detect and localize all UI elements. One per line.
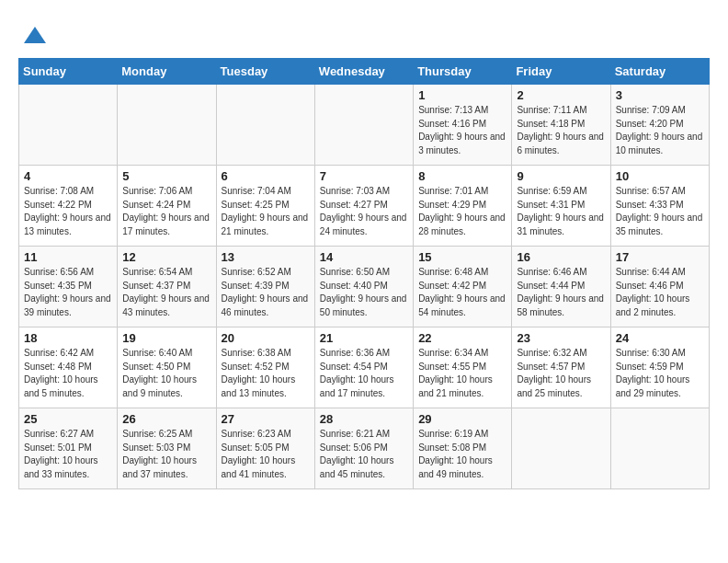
dow-header-monday: Monday	[118, 59, 216, 85]
day-info: Sunrise: 6:40 AM Sunset: 4:50 PM Dayligh…	[122, 347, 210, 400]
calendar-cell: 3Sunrise: 7:09 AM Sunset: 4:20 PM Daylig…	[610, 85, 709, 166]
day-number: 20	[222, 331, 310, 345]
svg-marker-0	[24, 27, 46, 43]
day-number: 21	[320, 331, 408, 345]
day-number: 2	[517, 88, 605, 102]
calendar-cell: 7Sunrise: 7:03 AM Sunset: 4:27 PM Daylig…	[314, 166, 413, 247]
calendar-cell: 2Sunrise: 7:11 AM Sunset: 4:18 PM Daylig…	[512, 85, 610, 166]
calendar-cell: 13Sunrise: 6:52 AM Sunset: 4:39 PM Dayli…	[216, 247, 314, 327]
calendar-cell: 5Sunrise: 7:06 AM Sunset: 4:24 PM Daylig…	[118, 166, 216, 247]
calendar-cell: 22Sunrise: 6:34 AM Sunset: 4:55 PM Dayli…	[414, 327, 512, 408]
day-number: 7	[320, 169, 408, 183]
calendar-cell: 6Sunrise: 7:04 AM Sunset: 4:25 PM Daylig…	[216, 166, 314, 247]
calendar-cell: 26Sunrise: 6:25 AM Sunset: 5:03 PM Dayli…	[118, 408, 216, 489]
week-row-5: 25Sunrise: 6:27 AM Sunset: 5:01 PM Dayli…	[19, 408, 710, 489]
day-number: 26	[122, 412, 210, 426]
day-number: 22	[418, 331, 506, 345]
day-info: Sunrise: 7:09 AM Sunset: 4:20 PM Dayligh…	[616, 104, 704, 157]
calendar-cell	[610, 408, 709, 489]
day-info: Sunrise: 6:23 AM Sunset: 5:05 PM Dayligh…	[222, 428, 310, 481]
day-number: 10	[616, 169, 704, 183]
week-row-3: 11Sunrise: 6:56 AM Sunset: 4:35 PM Dayli…	[19, 247, 710, 327]
day-info: Sunrise: 6:34 AM Sunset: 4:55 PM Dayligh…	[418, 347, 506, 400]
day-info: Sunrise: 6:57 AM Sunset: 4:33 PM Dayligh…	[616, 185, 704, 238]
calendar-cell: 10Sunrise: 6:57 AM Sunset: 4:33 PM Dayli…	[610, 166, 709, 247]
calendar-cell: 1Sunrise: 7:13 AM Sunset: 4:16 PM Daylig…	[414, 85, 512, 166]
calendar-cell	[314, 85, 413, 166]
calendar-cell	[118, 85, 216, 166]
day-info: Sunrise: 6:21 AM Sunset: 5:06 PM Dayligh…	[320, 428, 408, 481]
day-info: Sunrise: 6:48 AM Sunset: 4:42 PM Dayligh…	[418, 266, 506, 319]
dow-header-tuesday: Tuesday	[216, 59, 314, 85]
calendar-cell: 21Sunrise: 6:36 AM Sunset: 4:54 PM Dayli…	[314, 327, 413, 408]
day-info: Sunrise: 6:19 AM Sunset: 5:08 PM Dayligh…	[418, 428, 506, 481]
day-info: Sunrise: 6:32 AM Sunset: 4:57 PM Dayligh…	[517, 347, 605, 400]
day-info: Sunrise: 7:03 AM Sunset: 4:27 PM Dayligh…	[320, 185, 408, 238]
day-number: 3	[616, 88, 704, 102]
day-info: Sunrise: 7:01 AM Sunset: 4:29 PM Dayligh…	[418, 185, 506, 238]
day-info: Sunrise: 6:30 AM Sunset: 4:59 PM Dayligh…	[616, 347, 704, 400]
day-number: 18	[24, 331, 112, 345]
day-number: 27	[222, 412, 310, 426]
calendar-cell: 8Sunrise: 7:01 AM Sunset: 4:29 PM Daylig…	[414, 166, 512, 247]
day-number: 16	[517, 250, 605, 264]
calendar-cell: 27Sunrise: 6:23 AM Sunset: 5:05 PM Dayli…	[216, 408, 314, 489]
day-info: Sunrise: 6:56 AM Sunset: 4:35 PM Dayligh…	[24, 266, 112, 319]
day-info: Sunrise: 6:38 AM Sunset: 4:52 PM Dayligh…	[222, 347, 310, 400]
logo-icon	[22, 23, 48, 49]
day-number: 14	[320, 250, 408, 264]
day-info: Sunrise: 7:11 AM Sunset: 4:18 PM Dayligh…	[517, 104, 605, 157]
day-info: Sunrise: 6:42 AM Sunset: 4:48 PM Dayligh…	[24, 347, 112, 400]
day-info: Sunrise: 6:52 AM Sunset: 4:39 PM Dayligh…	[222, 266, 310, 319]
calendar-cell: 15Sunrise: 6:48 AM Sunset: 4:42 PM Dayli…	[414, 247, 512, 327]
day-number: 19	[122, 331, 210, 345]
week-row-1: 1Sunrise: 7:13 AM Sunset: 4:16 PM Daylig…	[19, 85, 710, 166]
day-number: 8	[418, 169, 506, 183]
calendar-cell: 19Sunrise: 6:40 AM Sunset: 4:50 PM Dayli…	[118, 327, 216, 408]
calendar-table: SundayMondayTuesdayWednesdayThursdayFrid…	[18, 58, 710, 489]
dow-header-thursday: Thursday	[414, 59, 512, 85]
calendar-cell: 12Sunrise: 6:54 AM Sunset: 4:37 PM Dayli…	[118, 247, 216, 327]
day-number: 17	[616, 250, 704, 264]
dow-header-wednesday: Wednesday	[314, 59, 413, 85]
calendar-cell: 9Sunrise: 6:59 AM Sunset: 4:31 PM Daylig…	[512, 166, 610, 247]
calendar-cell	[512, 408, 610, 489]
day-info: Sunrise: 6:46 AM Sunset: 4:44 PM Dayligh…	[517, 266, 605, 319]
week-row-2: 4Sunrise: 7:08 AM Sunset: 4:22 PM Daylig…	[19, 166, 710, 247]
day-number: 23	[517, 331, 605, 345]
header	[18, 18, 710, 49]
day-number: 24	[616, 331, 704, 345]
calendar-cell	[19, 85, 118, 166]
day-number: 15	[418, 250, 506, 264]
calendar-cell: 20Sunrise: 6:38 AM Sunset: 4:52 PM Dayli…	[216, 327, 314, 408]
day-number: 25	[24, 412, 112, 426]
calendar-cell: 23Sunrise: 6:32 AM Sunset: 4:57 PM Dayli…	[512, 327, 610, 408]
day-info: Sunrise: 7:13 AM Sunset: 4:16 PM Dayligh…	[418, 104, 506, 157]
day-info: Sunrise: 6:44 AM Sunset: 4:46 PM Dayligh…	[616, 266, 704, 319]
day-number: 12	[122, 250, 210, 264]
week-row-4: 18Sunrise: 6:42 AM Sunset: 4:48 PM Dayli…	[19, 327, 710, 408]
day-info: Sunrise: 6:59 AM Sunset: 4:31 PM Dayligh…	[517, 185, 605, 238]
calendar-body: 1Sunrise: 7:13 AM Sunset: 4:16 PM Daylig…	[19, 85, 710, 489]
dow-header-saturday: Saturday	[610, 59, 709, 85]
day-info: Sunrise: 6:50 AM Sunset: 4:40 PM Dayligh…	[320, 266, 408, 319]
day-number: 11	[24, 250, 112, 264]
dow-header-friday: Friday	[512, 59, 610, 85]
calendar-cell: 24Sunrise: 6:30 AM Sunset: 4:59 PM Dayli…	[610, 327, 709, 408]
day-info: Sunrise: 7:04 AM Sunset: 4:25 PM Dayligh…	[222, 185, 310, 238]
day-number: 4	[24, 169, 112, 183]
calendar-cell: 4Sunrise: 7:08 AM Sunset: 4:22 PM Daylig…	[19, 166, 118, 247]
day-number: 9	[517, 169, 605, 183]
day-info: Sunrise: 7:06 AM Sunset: 4:24 PM Dayligh…	[122, 185, 210, 238]
calendar-cell: 16Sunrise: 6:46 AM Sunset: 4:44 PM Dayli…	[512, 247, 610, 327]
calendar-cell: 14Sunrise: 6:50 AM Sunset: 4:40 PM Dayli…	[314, 247, 413, 327]
logo	[18, 23, 48, 49]
day-number: 6	[222, 169, 310, 183]
calendar-cell: 11Sunrise: 6:56 AM Sunset: 4:35 PM Dayli…	[19, 247, 118, 327]
day-of-week-row: SundayMondayTuesdayWednesdayThursdayFrid…	[19, 59, 710, 85]
calendar-cell: 18Sunrise: 6:42 AM Sunset: 4:48 PM Dayli…	[19, 327, 118, 408]
calendar-cell: 29Sunrise: 6:19 AM Sunset: 5:08 PM Dayli…	[414, 408, 512, 489]
day-info: Sunrise: 6:36 AM Sunset: 4:54 PM Dayligh…	[320, 347, 408, 400]
calendar-cell	[216, 85, 314, 166]
day-info: Sunrise: 6:25 AM Sunset: 5:03 PM Dayligh…	[122, 428, 210, 481]
